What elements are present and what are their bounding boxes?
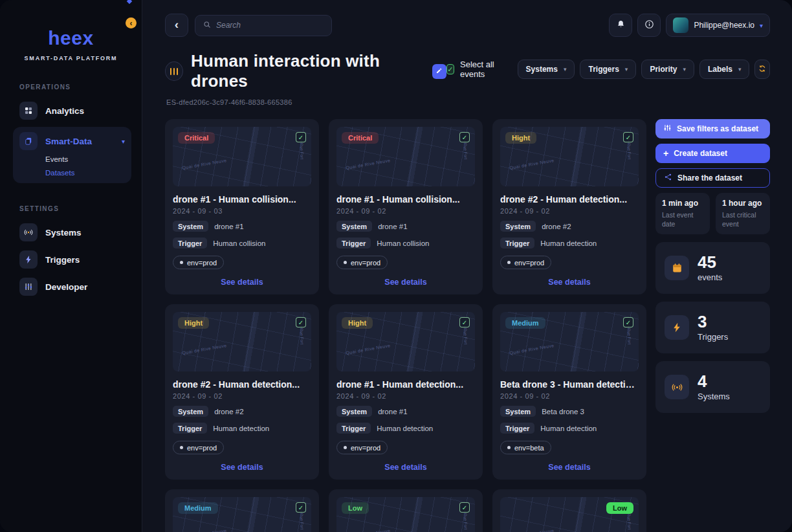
map-street-label: Quai de Rive Neuve	[509, 528, 555, 532]
section-operations-label: OPERATIONS	[19, 83, 142, 91]
see-details-link[interactable]: See details	[173, 278, 311, 287]
filter-triggers-dropdown[interactable]: Triggers ▾	[580, 60, 636, 79]
event-date: 2024 - 09 - 02	[173, 392, 311, 400]
sidebar-item-triggers[interactable]: Triggers	[0, 246, 142, 273]
topbar: ‹	[165, 14, 770, 37]
event-checkbox[interactable]: ✓	[623, 132, 633, 142]
filter-labels-label: Labels	[708, 65, 732, 74]
last-event-value: 1 min ago	[662, 199, 703, 208]
filter-priority-label: Priority	[650, 65, 677, 74]
event-checkbox[interactable]: ✓	[459, 502, 470, 513]
event-checkbox[interactable]: ✓	[296, 502, 306, 513]
event-date: 2024 - 09 - 02	[500, 392, 639, 400]
select-all-events[interactable]: ✓ Select all events	[446, 60, 506, 79]
select-all-checkbox[interactable]: ✓	[446, 64, 454, 74]
save-filters-as-dataset-button[interactable]: Save filters as dataset	[655, 119, 770, 139]
filter-labels-dropdown[interactable]: Labels ▾	[699, 60, 750, 79]
event-date: 2024 - 09 - 02	[336, 207, 475, 215]
event-checkbox[interactable]: ✓	[459, 132, 470, 142]
trigger-value: Human detection	[540, 239, 597, 247]
calendar-icon	[665, 256, 689, 280]
sidebar-item-datasets[interactable]: Datasets	[45, 169, 125, 177]
system-value: drone #1	[378, 408, 407, 416]
filter-priority-dropdown[interactable]: Priority ▾	[641, 60, 694, 79]
info-button[interactable]	[637, 14, 661, 37]
priority-badge: Low	[342, 502, 369, 514]
create-dataset-button[interactable]: + Create dataset	[655, 144, 770, 163]
event-map-thumbnail: Quai de Rive Neuve Rue Fort Medium ✓	[500, 312, 639, 371]
systems-count: 4 Systems	[698, 373, 730, 401]
triggers-count-card: 3 Triggers	[655, 302, 770, 353]
event-card: Quai de Rive Neuve Rue Fort Hight ✓ dron…	[165, 304, 319, 480]
search-box[interactable]	[195, 15, 332, 36]
systems-count-card: 4 Systems	[655, 361, 770, 413]
user-menu[interactable]: Philippe@heex.io ▾	[666, 14, 770, 37]
map-street-label: Quai de Rive Neuve	[346, 158, 391, 170]
trigger-chip: Trigger	[173, 423, 207, 434]
events-count-label: events	[698, 272, 722, 282]
search-input[interactable]	[216, 21, 324, 30]
smart-data-label: Smart-Data	[45, 137, 92, 146]
triggers-bolt-icon	[19, 250, 38, 269]
priority-badge: Critical	[178, 132, 215, 144]
see-details-link[interactable]: See details	[500, 463, 639, 472]
trigger-value: Human detection	[540, 425, 597, 432]
sidebar-item-developer[interactable]: Developer	[0, 273, 142, 300]
env-label-pill: env=prod	[173, 441, 224, 454]
check-icon: ✓	[298, 504, 303, 511]
env-label-pill: env=beta	[500, 441, 551, 454]
chevron-down-icon: ▾	[760, 22, 763, 29]
sidebar-item-smart-data[interactable]: Smart-Data ▾	[19, 132, 125, 150]
trigger-value: Human detection	[377, 425, 433, 432]
notifications-button[interactable]	[609, 14, 632, 37]
refresh-button[interactable]	[754, 60, 770, 79]
last-critical-event-card: 1 hour ago Last critical event	[716, 193, 770, 234]
system-chip: System	[500, 221, 536, 232]
select-all-label: Select all events	[460, 60, 506, 79]
filter-systems-label: Systems	[526, 65, 558, 74]
share-dataset-button[interactable]: Share the dataset	[655, 168, 770, 188]
last-event-date-card: 1 min ago Last event date	[655, 193, 710, 234]
trigger-chip: Trigger	[336, 423, 371, 434]
tag-row: env=prod	[173, 255, 311, 269]
save-filters-label: Save filters as dataset	[677, 124, 758, 133]
event-card: Quai de Rive Neuve Rue Fort Low ✓ System…	[492, 489, 646, 532]
smart-data-subitems: Events Datasets	[45, 155, 125, 177]
back-button[interactable]: ‹	[165, 14, 188, 37]
collapse-chevron-icon: ‹	[130, 19, 133, 27]
event-title: drone #1 - Human detection...	[336, 379, 475, 390]
see-details-link[interactable]: See details	[500, 278, 639, 287]
priority-badge: Low	[606, 502, 633, 514]
edit-title-button[interactable]	[432, 64, 446, 79]
see-details-link[interactable]: See details	[336, 463, 475, 472]
see-details-link[interactable]: See details	[173, 463, 311, 472]
system-row: System drone #1	[173, 221, 311, 232]
check-icon: ✓	[626, 134, 631, 141]
event-checkbox[interactable]: ✓	[459, 317, 470, 327]
trigger-row: Trigger Human detection	[336, 423, 475, 434]
plus-icon: +	[663, 149, 668, 158]
event-title: drone #1 - Human collision...	[336, 194, 475, 205]
filter-systems-dropdown[interactable]: Systems ▾	[518, 60, 575, 79]
map-street-label: Rue Fort	[626, 513, 632, 530]
title-row: Human interaction with drones	[165, 51, 446, 91]
priority-badge: Critical	[342, 132, 379, 144]
map-street-label: Rue Fort	[463, 143, 468, 160]
label-dot-icon	[344, 261, 347, 264]
sidebar-item-systems[interactable]: Systems	[0, 219, 142, 246]
event-checkbox[interactable]: ✓	[296, 317, 306, 327]
sidebar-item-analytics[interactable]: Analytics	[0, 97, 142, 124]
event-title: drone #2 - Human detection...	[173, 379, 311, 390]
event-card: Quai de Rive Neuve Rue Fort Critical ✓ d…	[165, 119, 319, 294]
right-panel: Save filters as dataset + Create dataset…	[655, 119, 770, 413]
sidebar-collapse-toggle[interactable]: ‹	[126, 17, 137, 28]
map-street-label: Rue Fort	[463, 328, 468, 345]
map-street-label: Quai de Rive Neuve	[182, 158, 227, 170]
priority-badge: Medium	[505, 317, 545, 329]
event-checkbox[interactable]: ✓	[296, 132, 306, 142]
check-icon: ✓	[298, 134, 303, 141]
see-details-link[interactable]: See details	[336, 278, 475, 287]
system-value: Beta drone 3	[542, 408, 584, 416]
sidebar-item-events[interactable]: Events	[45, 155, 125, 163]
event-checkbox[interactable]: ✓	[623, 317, 633, 327]
